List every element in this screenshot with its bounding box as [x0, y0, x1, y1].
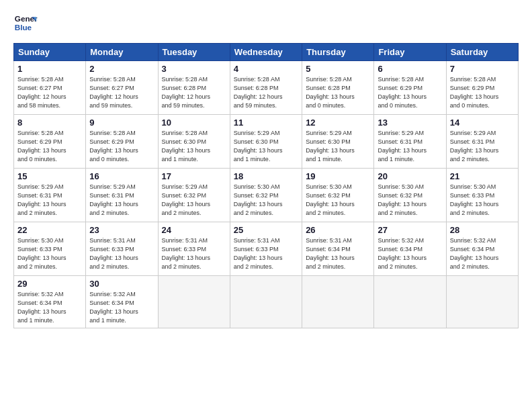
cell-info: Sunrise: 5:28 AMSunset: 6:28 PMDaylight:…: [306, 75, 370, 110]
day-number: 24: [162, 225, 226, 235]
day-cell: 24Sunrise: 5:31 AMSunset: 6:33 PMDayligh…: [158, 222, 230, 276]
day-cell: [374, 276, 446, 328]
day-cell: 20Sunrise: 5:30 AMSunset: 6:32 PMDayligh…: [374, 169, 446, 222]
day-number: 25: [234, 225, 298, 235]
cell-info: Sunrise: 5:29 AMSunset: 6:31 PMDaylight:…: [450, 129, 515, 164]
cell-info: Sunrise: 5:28 AMSunset: 6:29 PMDaylight:…: [378, 75, 442, 110]
day-cell: [446, 276, 518, 328]
day-number: 4: [234, 64, 298, 74]
day-cell: 3Sunrise: 5:28 AMSunset: 6:28 PMDaylight…: [158, 61, 230, 115]
col-header-thursday: Thursday: [302, 44, 374, 61]
day-cell: 4Sunrise: 5:28 AMSunset: 6:28 PMDaylight…: [230, 61, 302, 115]
cell-info: Sunrise: 5:29 AMSunset: 6:31 PMDaylight:…: [378, 129, 442, 164]
day-cell: 11Sunrise: 5:29 AMSunset: 6:30 PMDayligh…: [230, 115, 302, 169]
cell-info: Sunrise: 5:28 AMSunset: 6:27 PMDaylight:…: [17, 75, 82, 110]
day-number: 18: [234, 171, 298, 181]
day-cell: 30Sunrise: 5:32 AMSunset: 6:34 PMDayligh…: [86, 276, 158, 328]
day-number: 16: [89, 171, 154, 181]
day-number: 13: [378, 118, 442, 128]
day-number: 27: [378, 225, 442, 235]
day-cell: 12Sunrise: 5:29 AMSunset: 6:30 PMDayligh…: [302, 115, 374, 169]
day-number: 7: [450, 64, 515, 74]
day-number: 19: [306, 171, 370, 181]
week-row-4: 22Sunrise: 5:30 AMSunset: 6:33 PMDayligh…: [14, 222, 519, 276]
cell-info: Sunrise: 5:32 AMSunset: 6:34 PMDaylight:…: [378, 236, 442, 271]
day-number: 20: [378, 171, 442, 181]
day-cell: 22Sunrise: 5:30 AMSunset: 6:33 PMDayligh…: [14, 222, 86, 276]
cell-info: Sunrise: 5:30 AMSunset: 6:32 PMDaylight:…: [378, 183, 442, 218]
col-header-saturday: Saturday: [446, 44, 518, 61]
day-cell: 9Sunrise: 5:28 AMSunset: 6:29 PMDaylight…: [86, 115, 158, 169]
cell-info: Sunrise: 5:31 AMSunset: 6:33 PMDaylight:…: [162, 236, 226, 271]
day-cell: 19Sunrise: 5:30 AMSunset: 6:32 PMDayligh…: [302, 169, 374, 222]
day-cell: 5Sunrise: 5:28 AMSunset: 6:28 PMDaylight…: [302, 61, 374, 115]
day-number: 2: [89, 64, 154, 74]
cell-info: Sunrise: 5:30 AMSunset: 6:32 PMDaylight:…: [306, 183, 370, 218]
cell-info: Sunrise: 5:29 AMSunset: 6:31 PMDaylight:…: [17, 183, 82, 218]
day-cell: 15Sunrise: 5:29 AMSunset: 6:31 PMDayligh…: [14, 169, 86, 222]
day-cell: 27Sunrise: 5:32 AMSunset: 6:34 PMDayligh…: [374, 222, 446, 276]
day-cell: 17Sunrise: 5:29 AMSunset: 6:32 PMDayligh…: [158, 169, 230, 222]
day-cell: [230, 276, 302, 328]
cell-info: Sunrise: 5:31 AMSunset: 6:33 PMDaylight:…: [234, 236, 298, 271]
col-header-wednesday: Wednesday: [230, 44, 302, 61]
day-number: 14: [450, 118, 515, 128]
cell-info: Sunrise: 5:30 AMSunset: 6:32 PMDaylight:…: [234, 183, 298, 218]
header: General Blue: [13, 12, 519, 36]
day-number: 17: [162, 171, 226, 181]
day-number: 3: [162, 64, 226, 74]
day-cell: [302, 276, 374, 328]
day-cell: 28Sunrise: 5:32 AMSunset: 6:34 PMDayligh…: [446, 222, 518, 276]
cell-info: Sunrise: 5:31 AMSunset: 6:34 PMDaylight:…: [306, 236, 370, 271]
cell-info: Sunrise: 5:29 AMSunset: 6:30 PMDaylight:…: [234, 129, 298, 164]
day-number: 29: [17, 279, 82, 289]
week-row-5: 29Sunrise: 5:32 AMSunset: 6:34 PMDayligh…: [14, 276, 519, 328]
page: General Blue SundayMondayTuesdayWednesda…: [0, 0, 532, 335]
day-cell: 6Sunrise: 5:28 AMSunset: 6:29 PMDaylight…: [374, 61, 446, 115]
cell-info: Sunrise: 5:29 AMSunset: 6:30 PMDaylight:…: [306, 129, 370, 164]
day-cell: 8Sunrise: 5:28 AMSunset: 6:29 PMDaylight…: [14, 115, 86, 169]
day-number: 23: [89, 225, 154, 235]
cell-info: Sunrise: 5:28 AMSunset: 6:29 PMDaylight:…: [89, 129, 154, 164]
day-number: 8: [17, 118, 82, 128]
cell-info: Sunrise: 5:32 AMSunset: 6:34 PMDaylight:…: [89, 290, 154, 325]
week-row-2: 8Sunrise: 5:28 AMSunset: 6:29 PMDaylight…: [14, 115, 519, 169]
week-row-3: 15Sunrise: 5:29 AMSunset: 6:31 PMDayligh…: [14, 169, 519, 222]
day-number: 9: [89, 118, 154, 128]
day-number: 5: [306, 64, 370, 74]
col-header-friday: Friday: [374, 44, 446, 61]
cell-info: Sunrise: 5:30 AMSunset: 6:33 PMDaylight:…: [17, 236, 82, 271]
cell-info: Sunrise: 5:28 AMSunset: 6:28 PMDaylight:…: [234, 75, 298, 110]
day-cell: 26Sunrise: 5:31 AMSunset: 6:34 PMDayligh…: [302, 222, 374, 276]
cell-info: Sunrise: 5:29 AMSunset: 6:31 PMDaylight:…: [89, 183, 154, 218]
header-row: SundayMondayTuesdayWednesdayThursdayFrid…: [14, 44, 519, 61]
cell-info: Sunrise: 5:32 AMSunset: 6:34 PMDaylight:…: [450, 236, 515, 271]
cell-info: Sunrise: 5:28 AMSunset: 6:28 PMDaylight:…: [162, 75, 226, 110]
day-cell: 13Sunrise: 5:29 AMSunset: 6:31 PMDayligh…: [374, 115, 446, 169]
day-number: 30: [89, 279, 154, 289]
calendar: SundayMondayTuesdayWednesdayThursdayFrid…: [13, 43, 519, 328]
day-cell: 7Sunrise: 5:28 AMSunset: 6:29 PMDaylight…: [446, 61, 518, 115]
day-cell: 2Sunrise: 5:28 AMSunset: 6:27 PMDaylight…: [86, 61, 158, 115]
col-header-monday: Monday: [86, 44, 158, 61]
cell-info: Sunrise: 5:32 AMSunset: 6:34 PMDaylight:…: [17, 290, 82, 325]
day-cell: 29Sunrise: 5:32 AMSunset: 6:34 PMDayligh…: [14, 276, 86, 328]
cell-info: Sunrise: 5:31 AMSunset: 6:33 PMDaylight:…: [89, 236, 154, 271]
cell-info: Sunrise: 5:28 AMSunset: 6:30 PMDaylight:…: [162, 129, 226, 164]
logo-icon: General Blue: [13, 12, 38, 36]
cell-info: Sunrise: 5:28 AMSunset: 6:29 PMDaylight:…: [450, 75, 515, 110]
cell-info: Sunrise: 5:28 AMSunset: 6:27 PMDaylight:…: [89, 75, 154, 110]
week-row-1: 1Sunrise: 5:28 AMSunset: 6:27 PMDaylight…: [14, 61, 519, 115]
cell-info: Sunrise: 5:30 AMSunset: 6:33 PMDaylight:…: [450, 183, 515, 218]
day-cell: 25Sunrise: 5:31 AMSunset: 6:33 PMDayligh…: [230, 222, 302, 276]
col-header-sunday: Sunday: [14, 44, 86, 61]
day-cell: 14Sunrise: 5:29 AMSunset: 6:31 PMDayligh…: [446, 115, 518, 169]
cell-info: Sunrise: 5:29 AMSunset: 6:32 PMDaylight:…: [162, 183, 226, 218]
day-cell: 21Sunrise: 5:30 AMSunset: 6:33 PMDayligh…: [446, 169, 518, 222]
day-cell: 1Sunrise: 5:28 AMSunset: 6:27 PMDaylight…: [14, 61, 86, 115]
day-cell: 18Sunrise: 5:30 AMSunset: 6:32 PMDayligh…: [230, 169, 302, 222]
day-number: 11: [234, 118, 298, 128]
col-header-tuesday: Tuesday: [158, 44, 230, 61]
day-cell: 16Sunrise: 5:29 AMSunset: 6:31 PMDayligh…: [86, 169, 158, 222]
day-number: 1: [17, 64, 82, 74]
